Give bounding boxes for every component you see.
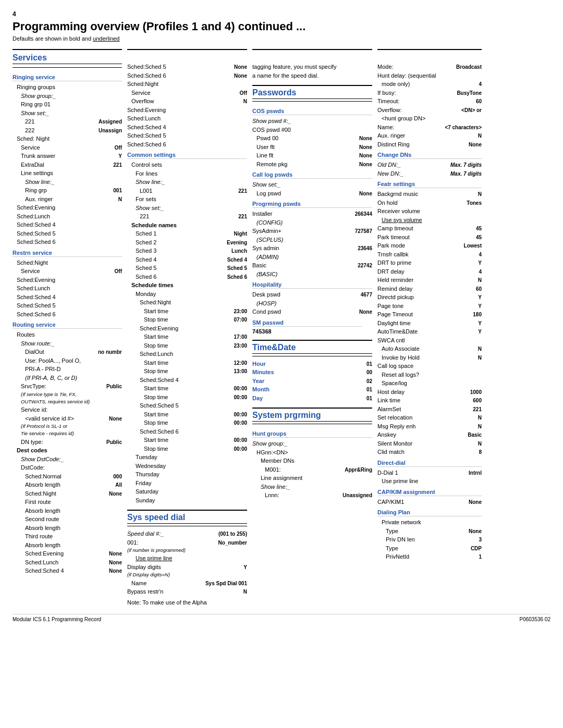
user-flt-row: User flt None: [252, 143, 372, 152]
schedule-times-row: Schedule times: [127, 281, 247, 290]
private-network-row: Private network: [377, 518, 482, 527]
lnnn-row: Lnnn: Unassigned: [252, 491, 372, 500]
sysadmin-plus-row: SysAdmin+ 727587: [252, 227, 372, 236]
name-col4-row: Name: <7 characters>: [377, 123, 482, 132]
progrming-pswds-title: Progrming pswds: [252, 201, 372, 208]
if-busy-row: If busy: BusyTone: [377, 89, 482, 97]
sched3-row: Sched 3 Lunch: [127, 246, 247, 255]
stop-time2-row: Stop time 23:00: [127, 341, 247, 350]
sched-sched5-row: Sched:Sched 5: [13, 229, 122, 238]
sm-passwd-title: SM passwd: [252, 319, 362, 327]
dn-type-row: DN type: Public: [13, 438, 122, 447]
service-h-row: Service Off: [127, 89, 247, 97]
sched-night3-row: Sched:Night None: [13, 489, 122, 498]
change-dns-title: Change DNs: [377, 152, 482, 159]
passwords-section-title: Passwords: [252, 88, 372, 99]
autotime-date-row: AutoTime&Date Y: [377, 327, 482, 336]
if-display-row: (if Display digits=N): [127, 571, 247, 578]
daylight-time-row: Daylight time Y: [377, 319, 482, 328]
if-sl1-row: (If Protocol is SL-1 or: [13, 423, 122, 430]
show-group-row: Show group:_: [13, 92, 122, 101]
show-set-row: Show set:_: [13, 109, 122, 118]
admin-row: (ADMIN): [252, 253, 372, 262]
start-time2-row: Start time 17:00: [127, 332, 247, 341]
sched-evening2-row: Sched:Evening: [13, 276, 122, 285]
show-pswd-row: Show pswd #:_: [252, 117, 372, 126]
sched-lunch-t-row: Sched:Lunch: [127, 350, 247, 359]
anskey-row: Anskey Basic: [377, 430, 482, 439]
call-log-space-row: Call log space: [377, 362, 482, 371]
trunk-answer-row: Trunk answer Y: [13, 152, 122, 161]
log-pswd-row: Log pswd None: [252, 189, 372, 198]
installer-row: Installer 266344: [252, 209, 372, 218]
mode-row: Mode: Broadcast: [377, 63, 482, 71]
absorb-length3-row: Absorb length: [13, 524, 122, 533]
cos-pswds-title: COS pswds: [252, 108, 372, 115]
hunt-delay-row: Hunt delay: (sequential: [377, 71, 482, 80]
routing-service-title: Routing service: [13, 322, 122, 329]
cond-pswd-row: Cond pswd None: [252, 307, 372, 316]
sched-lunch2-row: Sched:Lunch: [13, 284, 122, 293]
control-sets-row: Control sets: [127, 161, 247, 169]
routes-row: Routes: [13, 330, 122, 339]
month-row: Month 01: [252, 385, 372, 394]
pswd-00-row: Pswd 00 None: [252, 134, 372, 143]
featr-settings-title: Featr settings: [377, 181, 482, 188]
sched-sched4b-row: Sched:Sched 4: [13, 293, 122, 302]
line-assignment-row: Line assignment: [252, 474, 372, 483]
hunt-groups-title: Hunt groups: [252, 430, 372, 438]
use-sys-volume-row: Use sys volume: [377, 216, 482, 225]
thursday-row: Thursday: [127, 470, 247, 479]
basic-label-row: (BASIC): [252, 270, 372, 279]
col-passwords: tagging feature, you must specify a name…: [252, 47, 372, 606]
schedule-names-row: Schedule names: [127, 221, 247, 230]
trnsfr-callbk-row: Trnsfr callbk 4: [377, 250, 482, 259]
note-alpha-row: Note: To make use of the Alpha: [127, 599, 247, 606]
hospitality-title: Hospitality: [252, 281, 372, 289]
first-route-row: First route: [13, 498, 122, 507]
sm-passwd-value: 745368: [252, 328, 372, 335]
absorb-length-row: Absorb length All: [13, 480, 122, 489]
absorb-length2-row: Absorb length: [13, 507, 122, 515]
drt-delay-row: DRT delay 4: [377, 267, 482, 276]
footer-left: Modular ICS 6.1 Programming Record: [13, 616, 101, 622]
drt-to-prime-row: DRT to prime Y: [377, 258, 482, 267]
display-digits-row: Display digits Y: [127, 563, 247, 572]
desk-pswd-row: Desk pswd 4677: [252, 290, 372, 299]
park-timeout-row: Park timeout 45: [377, 233, 482, 242]
speed-dial-label-row: Speed dial #:_ (001 to 255): [127, 529, 247, 538]
show-set2-row: Show set:_: [127, 204, 247, 213]
ring-grp-val-row: Ring grp 001: [13, 186, 122, 195]
sched1-row: Sched 1 Night: [127, 229, 247, 238]
time-date-section-title: Time&Date: [252, 343, 372, 354]
sched-night-row: Sched: Night: [13, 134, 122, 143]
auto-associate-row: Auto Associate N: [377, 344, 482, 353]
second-route-row: Second route: [13, 515, 122, 524]
distinct-ring-row: Distinct Ring None: [377, 140, 482, 149]
show-dstcode-row: Show DstCode:_: [13, 455, 122, 464]
sunday-row: Sunday: [127, 496, 247, 505]
outwats-row: OUTWATS, requires service id): [13, 398, 122, 405]
start-time4-row: Start time 00:00: [127, 384, 247, 393]
valid-id-row: <valid service id #> None: [13, 414, 122, 423]
park-mode-row: Park mode Lowest: [377, 241, 482, 250]
col-services: Services Ringing service Ringing groups …: [13, 47, 122, 606]
col-featr: Mode: Broadcast Hunt delay: (sequential …: [377, 47, 482, 606]
silent-monitor-row: Silent Monitor N: [377, 439, 482, 448]
old-dn-row: Old DN:_ Max. 7 digits: [377, 161, 482, 169]
page-timeout-row: Page Timeout 180: [377, 310, 482, 319]
directd-pickup-row: Directd pickup Y: [377, 293, 482, 302]
sched-sched6-row: Sched:Sched 6: [13, 238, 122, 246]
stop-time5-row: Stop time 00:00: [127, 418, 247, 427]
member-dns-row: Member DNs: [252, 456, 372, 465]
capkim-title: CAP/KIM assignment: [377, 489, 482, 496]
msg-reply-enh-row: Msg Reply enh N: [377, 422, 482, 431]
sched-evening-t-row: Sched:Evening: [127, 324, 247, 333]
start-time6-row: Start time 00:00: [127, 436, 247, 445]
sched-evening-h-row: Sched:Evening: [127, 106, 247, 115]
ringing-service-title: Ringing service: [13, 74, 122, 81]
subtitle: Defaults are shown in bold and underline…: [13, 35, 550, 42]
pria-prid-row: PRI-A - PRI-D: [13, 365, 122, 374]
priv-dn-len-row: Priv DN len 3: [377, 535, 482, 544]
sched6-top-row: Sched:Sched 6 None: [127, 71, 247, 80]
